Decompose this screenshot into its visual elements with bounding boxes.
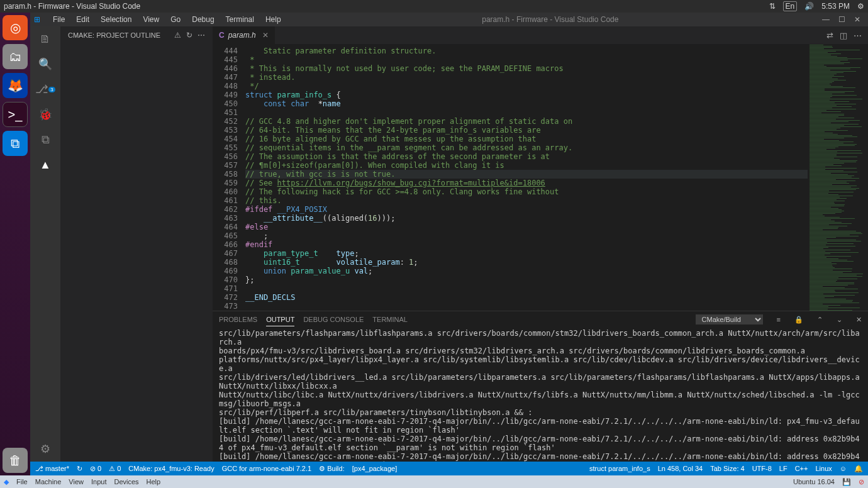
close-panel-icon[interactable]: ✕: [856, 316, 862, 324]
terminal-icon[interactable]: >_: [3, 102, 28, 127]
vscode-titlebar: ⊞ FileEditSelectionViewGoDebugTerminalHe…: [30, 13, 868, 26]
tab-debug-console[interactable]: DEBUG CONSOLE: [303, 313, 364, 326]
debug-icon[interactable]: 🐞: [38, 107, 53, 122]
collapse-icon[interactable]: ⌄: [837, 316, 842, 324]
tab-output[interactable]: OUTPUT: [266, 313, 294, 326]
vscode-logo-icon: ⊞: [34, 15, 40, 24]
eol[interactable]: LF: [779, 465, 787, 472]
tab-bar: C param.h ✕ ⇄ ◫ ⋯: [213, 26, 868, 44]
panel-tabs: PROBLEMS OUTPUT DEBUG CONSOLE TERMINAL C…: [213, 311, 868, 328]
code-view[interactable]: Static parameter definition structure. *…: [243, 44, 808, 311]
breadcrumb[interactable]: struct param_info_s: [589, 465, 650, 472]
tab-param-h[interactable]: C param.h ✕: [213, 26, 275, 44]
network-icon[interactable]: ⇅: [769, 2, 776, 11]
os-indicator[interactable]: Linux: [815, 465, 832, 472]
vscode-icon[interactable]: ⧉: [3, 131, 28, 156]
compare-icon[interactable]: ⇄: [826, 31, 833, 40]
menu-selection[interactable]: Selection: [96, 14, 136, 25]
vm-menu-help[interactable]: Help: [147, 478, 161, 485]
extensions-icon[interactable]: ⧉: [38, 132, 53, 147]
vm-label: Ubuntu 16.04: [793, 478, 835, 485]
vm-logo-icon: ◆: [4, 478, 9, 486]
menu-terminal[interactable]: Terminal: [221, 14, 259, 25]
feedback-icon[interactable]: ☺: [840, 465, 847, 472]
editor-area: C param.h ✕ ⇄ ◫ ⋯ 4444454464474484494504…: [213, 26, 868, 462]
errors[interactable]: ⊘ 0: [90, 465, 101, 473]
os-topbar: param.h - Firmware - Visual Studio Code …: [0, 0, 868, 13]
trash-icon[interactable]: 🗑: [3, 448, 28, 473]
bottom-panel: PROBLEMS OUTPUT DEBUG CONSOLE TERMINAL C…: [213, 311, 868, 462]
sound-icon[interactable]: 🔊: [804, 2, 814, 11]
tab-problems[interactable]: PROBLEMS: [219, 313, 257, 326]
vscode-menu: FileEditSelectionViewGoDebugTerminalHelp: [44, 14, 286, 25]
firefox-icon[interactable]: 🦊: [3, 73, 28, 98]
files-icon[interactable]: 🗂: [3, 44, 28, 69]
file-badge: C: [219, 31, 225, 40]
menu-edit[interactable]: Edit: [71, 14, 94, 25]
line-gutter: 4444454464474484494504514524534544554564…: [213, 44, 243, 311]
tab-terminal[interactable]: TERMINAL: [372, 313, 408, 326]
vm-disk-icon[interactable]: 💾: [842, 478, 851, 486]
output-channel-select[interactable]: CMake/Build: [696, 314, 763, 324]
build-target[interactable]: [px4_package]: [352, 465, 398, 472]
vm-menu-input[interactable]: Input: [91, 478, 106, 485]
output-text[interactable]: src/lib/parameters/flashparams/libflashp…: [213, 328, 868, 462]
bell-icon[interactable]: 🔔: [854, 465, 863, 473]
menu-file[interactable]: File: [48, 14, 70, 25]
clock[interactable]: 5:53 PM: [821, 2, 850, 11]
menu-help[interactable]: Help: [260, 14, 286, 25]
vm-menu-machine[interactable]: Machine: [35, 478, 62, 485]
cmake-icon[interactable]: ▲: [38, 157, 53, 172]
refresh-icon[interactable]: ↻: [186, 31, 192, 40]
vscode-window: ⊞ FileEditSelectionViewGoDebugTerminalHe…: [30, 13, 868, 475]
cmake-status[interactable]: CMake: px4_fmu-v3: Ready: [128, 465, 214, 472]
warnings[interactable]: ⚠ 0: [109, 465, 121, 473]
window-title: param.h - Firmware - Visual Studio Code: [4, 2, 140, 11]
lang-indicator[interactable]: En: [783, 1, 798, 11]
encoding[interactable]: UTF-8: [752, 465, 772, 472]
minimap[interactable]: [808, 44, 868, 311]
gear-icon[interactable]: ⚙: [857, 2, 864, 11]
code-editor[interactable]: 4444454464474484494504514524534544554564…: [213, 44, 868, 311]
split-icon[interactable]: ◫: [840, 31, 847, 40]
ubuntu-launcher: ◎ 🗂 🦊 >_ ⧉ 🗑: [0, 13, 30, 475]
vm-menu-devices[interactable]: Devices: [114, 478, 138, 485]
expand-icon[interactable]: ⌃: [817, 316, 823, 324]
vm-menu-file[interactable]: File: [16, 478, 28, 485]
vm-menu-bar: ◆ FileMachineViewInputDevicesHelp Ubuntu…: [0, 475, 868, 488]
sidebar-title: CMAKE: PROJECT OUTLINE: [68, 31, 160, 39]
vm-close-icon[interactable]: ⊘: [859, 478, 864, 486]
system-tray: ⇅ En 🔊 5:53 PM ⚙: [769, 1, 864, 11]
scm-icon[interactable]: ⎇3: [38, 82, 53, 97]
menu-view[interactable]: View: [138, 14, 164, 25]
menu-go[interactable]: Go: [165, 14, 186, 25]
gcc-kit[interactable]: GCC for arm-none-eabi 7.2.1: [222, 465, 311, 472]
build-button[interactable]: ⚙ Build:: [319, 465, 345, 473]
search-icon[interactable]: 🔍: [38, 57, 53, 72]
more-icon[interactable]: ⋯: [854, 31, 862, 40]
maximize-icon[interactable]: ☐: [838, 15, 845, 24]
sync-icon[interactable]: ↻: [77, 465, 82, 473]
more-icon[interactable]: ⋯: [198, 31, 205, 40]
title-center: param.h - Firmware - Visual Studio Code: [286, 15, 815, 24]
close-tab-icon[interactable]: ✕: [262, 31, 269, 40]
files-icon[interactable]: 🗎: [38, 31, 53, 47]
vm-menu-view[interactable]: View: [69, 478, 84, 485]
activity-bar: 🗎 🔍 ⎇3 🐞 ⧉ ▲ ⚙: [30, 26, 60, 462]
clear-icon[interactable]: 🔒: [794, 316, 803, 324]
close-icon[interactable]: ✕: [854, 15, 860, 24]
menu-debug[interactable]: Debug: [187, 14, 219, 25]
warning-icon[interactable]: ⚠: [174, 31, 181, 40]
git-branch[interactable]: ⎇ master*: [35, 465, 69, 473]
settings-icon[interactable]: ⚙: [38, 441, 53, 457]
status-bar: ⎇ master* ↻ ⊘ 0 ⚠ 0 CMake: px4_fmu-v3: R…: [30, 462, 868, 475]
language-mode[interactable]: C++: [795, 465, 808, 472]
tab-size[interactable]: Tab Size: 4: [710, 465, 744, 472]
file-name: param.h: [228, 31, 256, 40]
dash-icon[interactable]: ◎: [3, 15, 28, 40]
minimize-icon[interactable]: ―: [822, 15, 830, 24]
sidebar: CMAKE: PROJECT OUTLINE ⚠ ↻ ⋯: [60, 26, 213, 462]
sidebar-header: CMAKE: PROJECT OUTLINE ⚠ ↻ ⋯: [60, 26, 213, 44]
filter-icon[interactable]: ≡: [777, 316, 781, 323]
cursor-position[interactable]: Ln 458, Col 34: [658, 465, 703, 472]
